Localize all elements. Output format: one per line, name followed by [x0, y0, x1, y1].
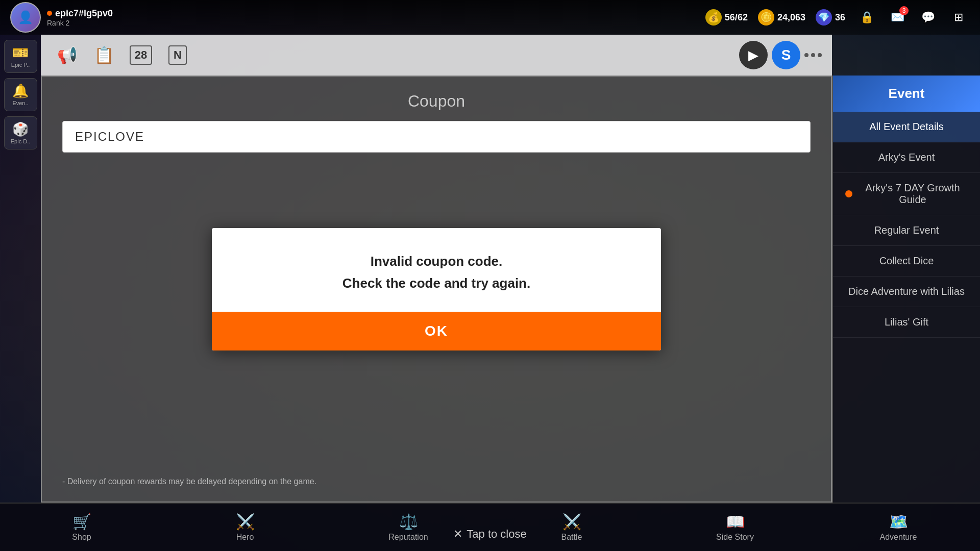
player-info: epic7#lg5pv0 Rank 2: [47, 8, 113, 27]
calendarN-label: N: [168, 45, 187, 65]
coin-icon: 🪙: [758, 9, 774, 26]
mail-icon-btn[interactable]: ✉️ 3: [886, 6, 909, 29]
error-dialog-overlay: Invalid coupon code. Check the code and …: [42, 77, 831, 502]
nav-item-adventure[interactable]: 🗺️ Adventure: [817, 513, 980, 542]
main-panel: Coupon EPICLOVE Invalid coupon code. Che…: [41, 76, 980, 503]
hero-icon: ⚔️: [236, 513, 255, 531]
online-indicator: [47, 11, 52, 16]
events-icon: 🔔: [12, 83, 29, 99]
adventure-icon: 🗺️: [889, 513, 908, 531]
left-side-panel: 🎫 Epic P.. 🔔 Even.. 🎲 Epic D..: [0, 35, 41, 503]
gold-value: 56/62: [725, 12, 748, 23]
arky-7day-dot: [845, 190, 852, 197]
player-name: epic7#lg5pv0: [55, 8, 113, 19]
epic-pass-label: Epic P..: [11, 62, 30, 68]
error-text-line2: Check the code and try again.: [232, 276, 641, 291]
sidebar-item-arkys-event[interactable]: Arky's Event: [833, 142, 980, 173]
events-label: Even..: [12, 100, 28, 106]
nav-item-side-story[interactable]: 📖 Side Story: [653, 513, 817, 542]
hero-label: Hero: [236, 533, 254, 542]
battle-label: Battle: [561, 533, 582, 542]
shop-label: Shop: [72, 533, 91, 542]
nav-item-shop[interactable]: 🛒 Shop: [0, 513, 163, 542]
menu-icon-btn[interactable]: ⊞: [947, 6, 970, 29]
sidebar-header: Event: [833, 76, 980, 112]
error-dialog-body: Invalid coupon code. Check the code and …: [212, 228, 661, 312]
toolbar: 📢 📋 28 N ▶ S: [41, 35, 832, 76]
ok-button[interactable]: OK: [212, 312, 661, 350]
quest-button[interactable]: 📋: [88, 39, 120, 71]
reputation-label: Reputation: [388, 533, 428, 542]
coin-value: 24,063: [777, 12, 805, 23]
mail-badge: 3: [899, 6, 909, 15]
more-button[interactable]: [804, 53, 822, 57]
side-story-label: Side Story: [716, 533, 754, 542]
announcement-button[interactable]: 📢: [51, 39, 84, 71]
calendar28-button[interactable]: 28: [125, 39, 157, 71]
player-name-row: epic7#lg5pv0: [47, 8, 113, 19]
hud-action-icons: 🔒 ✉️ 3 💬 ⊞: [855, 6, 970, 29]
crystal-resource: 💎 36: [816, 9, 845, 26]
battle-icon: ⚔️: [562, 513, 581, 531]
sidebar-item-dice-adventure[interactable]: Dice Adventure with Lilias: [833, 277, 980, 307]
video-button[interactable]: ▶: [739, 41, 768, 69]
avatar[interactable]: 👤: [10, 2, 41, 33]
sidebar-item-label-dice-adventure: Dice Adventure with Lilias: [845, 286, 968, 297]
epic-d-icon: 🎲: [12, 121, 29, 137]
error-dialog: Invalid coupon code. Check the code and …: [212, 228, 661, 350]
s-button[interactable]: S: [772, 41, 800, 69]
gold-icon: 💰: [705, 9, 722, 26]
epic-d-label: Epic D..: [11, 138, 31, 144]
epic-pass-button[interactable]: 🎫 Epic P..: [4, 40, 37, 73]
events-button[interactable]: 🔔 Even..: [4, 78, 37, 111]
reputation-icon: ⚖️: [399, 513, 418, 531]
sidebar-item-label-all-event-details: All Event Details: [845, 121, 968, 133]
resources-bar: 💰 56/62 🪙 24,063 💎 36: [705, 9, 845, 26]
error-text-line1: Invalid coupon code.: [232, 254, 641, 269]
coin-resource: 🪙 24,063: [758, 9, 805, 26]
tap-close-icon: ✕: [453, 528, 462, 541]
player-rank: Rank 2: [47, 19, 113, 27]
sidebar-item-regular-event[interactable]: Regular Event: [833, 215, 980, 246]
side-story-icon: 📖: [726, 513, 745, 531]
tap-close-label: Tap to close: [467, 528, 526, 541]
sidebar-item-label-lilias-gift: Lilias' Gift: [845, 316, 968, 328]
tap-to-close[interactable]: ✕ Tap to close: [453, 528, 526, 541]
bottom-nav: 🛒 Shop ⚔️ Hero ⚖️ Reputation ✕ Tap to cl…: [0, 503, 980, 551]
chat-icon-btn[interactable]: 💬: [917, 6, 939, 29]
coupon-panel: Coupon EPICLOVE Invalid coupon code. Che…: [41, 76, 832, 503]
gold-resource: 💰 56/62: [705, 9, 748, 26]
sidebar-title: Event: [889, 86, 925, 101]
sidebar-item-label-regular-event: Regular Event: [845, 224, 968, 236]
top-hud: 👤 epic7#lg5pv0 Rank 2 💰 56/62 🪙 24,063 💎…: [0, 0, 980, 35]
event-sidebar: Event All Event Details Arky's Event Ark…: [832, 76, 980, 503]
epic-pass-icon: 🎫: [12, 45, 29, 61]
sidebar-item-label-arky-7day: Arky's 7 DAY Growth Guide: [857, 182, 968, 206]
crystal-value: 36: [835, 12, 845, 23]
shop-icon: 🛒: [72, 513, 91, 531]
epic-d-button[interactable]: 🎲 Epic D..: [4, 116, 37, 149]
sidebar-item-all-event-details[interactable]: All Event Details: [833, 112, 980, 142]
lock-icon-btn[interactable]: 🔒: [855, 6, 878, 29]
nav-item-hero[interactable]: ⚔️ Hero: [163, 513, 327, 542]
sidebar-item-label-collect-dice: Collect Dice: [845, 255, 968, 267]
sidebar-item-arky-7day[interactable]: Arky's 7 DAY Growth Guide: [833, 173, 980, 215]
crystal-icon: 💎: [816, 9, 832, 26]
calendar28-label: 28: [130, 45, 152, 65]
sidebar-item-collect-dice[interactable]: Collect Dice: [833, 246, 980, 277]
adventure-label: Adventure: [880, 533, 917, 542]
sidebar-item-label-arkys-event: Arky's Event: [845, 152, 968, 163]
calendarN-button[interactable]: N: [161, 39, 194, 71]
sidebar-item-lilias-gift[interactable]: Lilias' Gift: [833, 307, 980, 338]
